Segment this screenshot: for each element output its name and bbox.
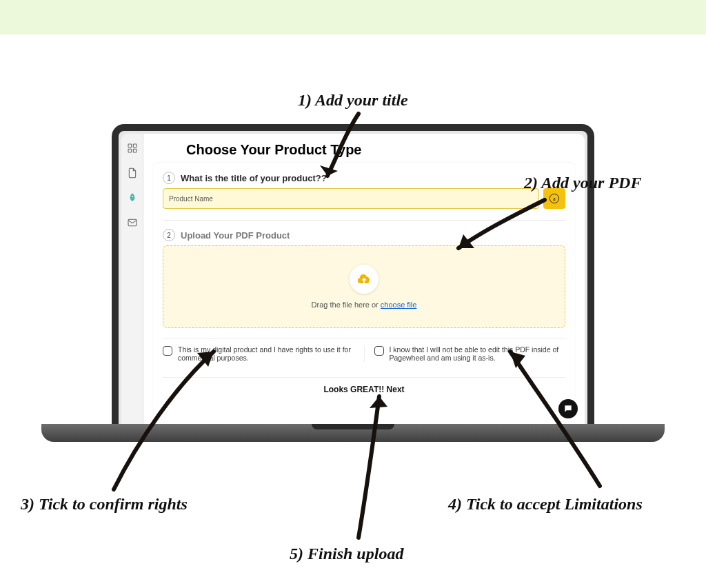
- cloud-upload-icon: [350, 265, 379, 294]
- laptop-screen: Choose Your Product Type 1 What is the t…: [121, 134, 585, 424]
- app: Choose Your Product Type 1 What is the t…: [121, 134, 585, 424]
- choose-file-link[interactable]: choose file: [381, 301, 417, 309]
- pdf-dropzone[interactable]: Drag the file here or choose file: [163, 245, 565, 328]
- annotation-3: 3) Tick to confirm rights: [21, 495, 188, 514]
- svg-rect-3: [133, 149, 137, 152]
- limits-checkbox[interactable]: [374, 346, 384, 356]
- step2-label: Upload Your PDF Product: [181, 230, 290, 241]
- chat-widget[interactable]: [558, 399, 578, 418]
- annotation-5: 5) Finish upload: [290, 545, 403, 563]
- dropzone-text: Drag the file here or choose file: [312, 301, 417, 309]
- svg-rect-5: [128, 219, 137, 225]
- step2-number: 2: [163, 229, 175, 241]
- ack-rights: This is my digital product and I have ri…: [163, 345, 354, 362]
- ack-separator: [364, 345, 365, 362]
- divider: [163, 220, 565, 221]
- svg-rect-1: [133, 144, 137, 148]
- next-button[interactable]: Looks GREAT!! Next: [163, 377, 565, 401]
- svg-text:a: a: [553, 196, 556, 202]
- svg-rect-2: [128, 149, 132, 152]
- laptop-base: [41, 424, 665, 442]
- step2-head: 2 Upload Your PDF Product: [163, 229, 565, 241]
- product-card: 1 What is the title of your product?? a: [153, 163, 575, 424]
- dashboard-icon[interactable]: [126, 142, 139, 154]
- chat-icon: [563, 404, 573, 414]
- sidebar: [121, 134, 143, 424]
- annotation-2: 2) Add your PDF: [524, 174, 641, 192]
- acknowledgements: This is my digital product and I have ri…: [163, 338, 565, 362]
- title-row: a: [163, 188, 565, 209]
- limits-text: I know that I will not be able to edit t…: [390, 345, 566, 362]
- product-name-input[interactable]: [163, 188, 539, 209]
- a-glyph-icon: a: [549, 193, 560, 204]
- rocket-icon[interactable]: [126, 192, 139, 204]
- main-pane: Choose Your Product Type 1 What is the t…: [143, 134, 585, 424]
- ack-limits: I know that I will not be able to edit t…: [374, 345, 566, 362]
- step1-label: What is the title of your product??: [181, 173, 327, 183]
- laptop-lid: Choose Your Product Type 1 What is the t…: [112, 124, 594, 424]
- drag-prefix: Drag the file here or: [312, 301, 381, 309]
- svg-rect-0: [128, 144, 132, 148]
- annotation-4: 4) Tick to accept Limitations: [448, 495, 643, 514]
- step1-number: 1: [163, 172, 175, 184]
- svg-point-4: [132, 196, 133, 197]
- mail-icon[interactable]: [126, 216, 139, 229]
- page-title: Choose Your Product Type: [143, 141, 585, 159]
- rights-text: This is my digital product and I have ri…: [178, 345, 354, 362]
- document-icon[interactable]: [126, 167, 139, 179]
- rights-checkbox[interactable]: [163, 346, 172, 356]
- step1-head: 1 What is the title of your product??: [163, 172, 565, 184]
- laptop: Choose Your Product Type 1 What is the t…: [41, 124, 665, 442]
- annotation-1: 1) Add your title: [298, 91, 408, 110]
- top-band: [0, 0, 706, 34]
